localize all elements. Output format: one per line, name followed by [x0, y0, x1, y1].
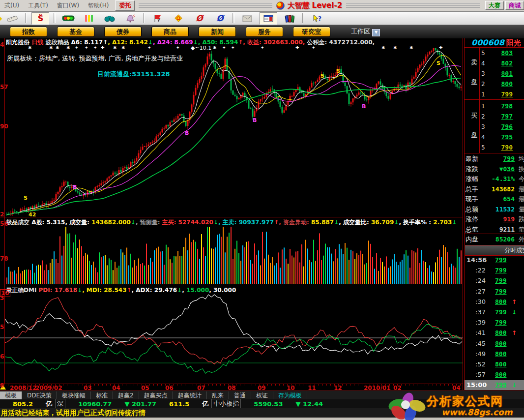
- nav-button-服务[interactable]: 服务: [246, 27, 283, 37]
- queue-row[interactable]: 4802: [481, 59, 524, 68]
- tab-标准[interactable]: 标准: [91, 391, 113, 399]
- queue-level: 1: [481, 103, 485, 110]
- tick-time: :24: [475, 276, 486, 286]
- tick-row[interactable]: :41800↑: [465, 328, 524, 338]
- header-segment: 85.887: [311, 219, 334, 225]
- books-icon[interactable]: [281, 13, 298, 24]
- mail-icon[interactable]: [239, 13, 256, 24]
- value-partial-glyph: 均: [519, 154, 524, 164]
- menu-item[interactable]: 工具(T): [24, 2, 53, 9]
- nav-button-指数[interactable]: 指数: [10, 27, 47, 37]
- header-segment: 36.709: [371, 219, 394, 225]
- kline-chart[interactable]: [0, 44, 463, 216]
- nav-button-商品[interactable]: 商品: [151, 27, 189, 37]
- tick-row[interactable]: :27799: [465, 287, 524, 297]
- tick-row[interactable]: :30800↑: [465, 297, 524, 307]
- tick-row[interactable]: :45800: [465, 339, 524, 349]
- stock-code-name[interactable]: 000608 阳光: [471, 38, 521, 47]
- broker-button[interactable]: 委托: [115, 0, 135, 11]
- titlebar-groove: [139, 3, 272, 9]
- queue-row[interactable]: 2797: [481, 112, 524, 121]
- tab-存为模板[interactable]: 存为模板: [273, 391, 307, 399]
- chart-panel-divider: [463, 38, 463, 390]
- binoculars-icon[interactable]: [101, 13, 118, 24]
- phi-red-icon[interactable]: Ø: [191, 13, 207, 24]
- tick-time: :37: [475, 307, 486, 317]
- tab-板块涨幅[interactable]: 板块涨幅: [57, 391, 91, 399]
- header-segment: ↓: [213, 219, 218, 225]
- status-item: 亿: [46, 399, 52, 408]
- dmi-chart[interactable]: [0, 294, 463, 383]
- menu-item[interactable]: 式(U): [0, 2, 24, 9]
- queue-row[interactable]: 5803: [481, 48, 524, 58]
- header-segment: ↓: [177, 287, 182, 293]
- watermark-url: www.88gs.com: [441, 407, 512, 417]
- status-item: 10960.77: [78, 400, 112, 408]
- titlebar-button-大赛[interactable]: 大赛: [485, 1, 504, 10]
- queue-row[interactable]: 1799: [481, 90, 524, 99]
- value-row-内盘[interactable]: 内盘85206外: [466, 235, 524, 244]
- tick-price: 800: [495, 370, 506, 380]
- flag-question-icon[interactable]: ?: [149, 13, 166, 24]
- tab-普通[interactable]: 普通: [229, 391, 251, 399]
- tick-row[interactable]: :49800: [465, 349, 524, 359]
- tick-row[interactable]: 15:00799↓: [465, 380, 524, 390]
- tab-超赢2[interactable]: 超赢2: [113, 391, 139, 399]
- tab-超赢统计[interactable]: 超赢统计: [173, 391, 207, 399]
- money-icon[interactable]: Ŝ: [31, 12, 49, 25]
- value-row-总笔[interactable]: 总笔9211笔: [466, 225, 524, 235]
- nav-button-基金[interactable]: 基金: [57, 27, 94, 37]
- value-row-涨停[interactable]: 涨停919跌: [466, 214, 524, 224]
- queue-row[interactable]: 3796: [481, 122, 524, 132]
- header-segment: , 预测量:: [136, 219, 162, 225]
- header-segment: ↑: [274, 219, 279, 225]
- tick-row[interactable]: :24799: [465, 276, 524, 286]
- queue-row[interactable]: 4795: [481, 132, 524, 142]
- color-bars-icon[interactable]: [81, 13, 97, 24]
- value-row-涨幅[interactable]: 涨幅-4.31%今: [466, 174, 524, 184]
- titlebar-button-商城[interactable]: 商城: [505, 1, 524, 10]
- tick-row[interactable]: :37799↓: [465, 307, 524, 317]
- window-layout-icon[interactable]: [260, 12, 277, 25]
- value-label: 涨跌: [466, 165, 478, 173]
- tick-row[interactable]: :52800: [465, 360, 524, 369]
- queue-row[interactable]: 1798: [481, 101, 524, 111]
- value-row-总额[interactable]: 总额11532量: [466, 205, 524, 214]
- workspace-label[interactable]: 工作区▼: [351, 27, 380, 36]
- queue-row[interactable]: 5790: [481, 143, 524, 152]
- phi-blue-icon[interactable]: Ø: [211, 13, 228, 24]
- value-row-现手[interactable]: 现手654最: [466, 194, 524, 204]
- nav-button-新闻[interactable]: 新闻: [199, 27, 236, 37]
- menu-item[interactable]: 窗口(W): [53, 2, 84, 9]
- help-cursor-icon[interactable]: ?: [309, 13, 325, 24]
- nav-button-研究室[interactable]: 研究室: [293, 27, 330, 37]
- title-bar: 式(U)工具(T)窗口(W)帮助(H) 委托 大智慧 Level-2 大赛商城: [0, 0, 524, 12]
- tick-row[interactable]: 14:56799: [465, 255, 524, 265]
- tab-DDE决策[interactable]: DDE决策: [22, 391, 57, 399]
- alarm-bell-icon[interactable]: [122, 13, 139, 24]
- queue-row[interactable]: 3801: [481, 69, 524, 79]
- tab-模板[interactable]: 模板: [0, 391, 22, 399]
- tick-row[interactable]: :22799: [465, 266, 524, 275]
- value-partial-glyph: 最: [519, 184, 524, 194]
- tab-超赢买点[interactable]: 超赢买点: [139, 391, 173, 399]
- volume-chart[interactable]: [0, 225, 463, 284]
- tab-权证[interactable]: 权证: [251, 391, 273, 399]
- workspace-dropdown-icon[interactable]: ▼: [372, 29, 380, 36]
- queue-row[interactable]: 2800: [481, 79, 524, 89]
- value-row-最新[interactable]: 最新799均: [466, 154, 524, 164]
- diamond-sign-icon[interactable]: [170, 13, 187, 24]
- tick-row[interactable]: :57800: [465, 370, 524, 380]
- value-row-涨跌[interactable]: 涨跌▼036换: [466, 164, 524, 174]
- header-segment: , 主卖: 90937.977: [218, 219, 274, 225]
- tab-乱来[interactable]: 乱来: [207, 391, 229, 399]
- value-row-总手[interactable]: 总手143682最: [466, 184, 524, 194]
- status-item: 805.2: [13, 400, 33, 408]
- ruler-icon[interactable]: [4, 13, 21, 24]
- queue-price: 801: [501, 69, 513, 79]
- nav-button-债券[interactable]: 债券: [104, 27, 142, 37]
- tick-row[interactable]: :39799: [465, 318, 524, 328]
- header-segment: PDI: 17.618: [39, 287, 78, 293]
- traffic-light-icon[interactable]: [60, 13, 77, 24]
- menu-item[interactable]: 帮助(H): [84, 2, 113, 9]
